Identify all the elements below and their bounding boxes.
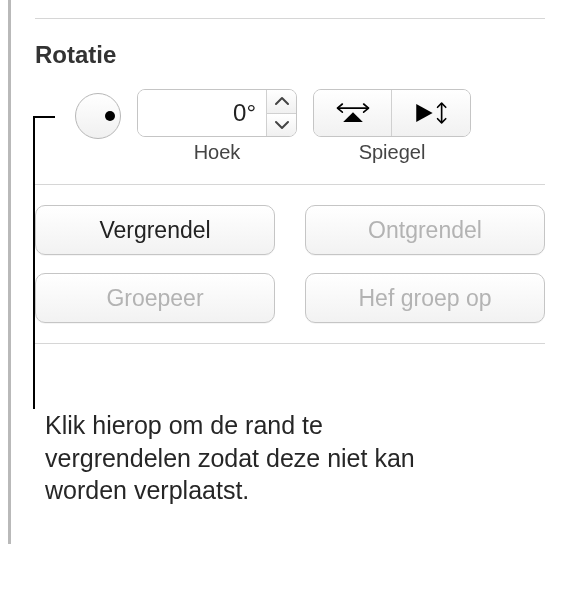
- flip-horizontal-icon: [335, 99, 371, 127]
- callout-text: Klik hierop om de rand te vergrendelen z…: [45, 409, 445, 507]
- mirror-buttons: [313, 89, 471, 137]
- lock-group-buttons: Vergrendel Ontgrendel Groepeer Hef groep…: [35, 205, 545, 323]
- lock-button[interactable]: Vergrendel: [35, 205, 275, 255]
- rotation-dial[interactable]: [75, 93, 121, 139]
- callout: Klik hierop om de rand te vergrendelen z…: [35, 364, 545, 544]
- rotation-controls: Hoek: [35, 89, 545, 164]
- rotation-title: Rotatie: [35, 41, 545, 69]
- angle-group: Hoek: [137, 89, 297, 164]
- angle-step-down[interactable]: [267, 114, 296, 137]
- arrange-panel: Rotatie Hoek: [8, 0, 569, 544]
- angle-input[interactable]: [138, 90, 266, 136]
- mirror-group: Spiegel: [313, 89, 471, 164]
- callout-leader-line: [33, 116, 35, 409]
- chevron-down-icon: [275, 120, 289, 130]
- group-button[interactable]: Groepeer: [35, 273, 275, 323]
- divider: [35, 18, 545, 19]
- angle-stepper: [266, 90, 296, 136]
- flip-horizontal-button[interactable]: [314, 90, 392, 136]
- angle-label: Hoek: [194, 141, 241, 164]
- chevron-up-icon: [275, 96, 289, 106]
- angle-field-wrap: [137, 89, 297, 137]
- flip-vertical-icon: [413, 99, 449, 127]
- divider: [35, 343, 545, 344]
- unlock-button[interactable]: Ontgrendel: [305, 205, 545, 255]
- angle-step-up[interactable]: [267, 90, 296, 114]
- flip-vertical-button[interactable]: [392, 90, 470, 136]
- divider: [35, 184, 545, 185]
- ungroup-button[interactable]: Hef groep op: [305, 273, 545, 323]
- mirror-label: Spiegel: [359, 141, 426, 164]
